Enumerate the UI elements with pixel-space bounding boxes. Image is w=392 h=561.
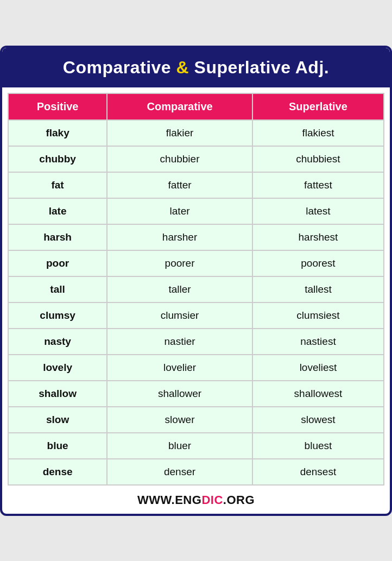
cell-superlative: harshest [252, 224, 384, 250]
footer: WWW.ENGDIC.ORG [2, 486, 390, 514]
table-row: poorpoorerpoorest [8, 250, 384, 276]
cell-positive: tall [8, 276, 107, 302]
title-part2: Superlative Adj. [194, 58, 330, 77]
header-comparative: Comparative [107, 93, 252, 120]
cell-superlative: loveliest [252, 355, 384, 381]
cell-positive: harsh [8, 224, 107, 250]
header-superlative: Superlative [252, 93, 384, 120]
main-card: Comparative & Superlative Adj. Positive … [0, 46, 392, 516]
table-row: clumsyclumsierclumsiest [8, 302, 384, 329]
adjectives-table: Positive Comparative Superlative flakyfl… [8, 93, 384, 486]
cell-superlative: fattest [252, 172, 384, 198]
cell-comparative: flakier [107, 120, 252, 146]
cell-comparative: fatter [107, 172, 252, 198]
cell-superlative: tallest [252, 276, 384, 302]
cell-comparative: later [107, 198, 252, 224]
table-row: bluebluerbluest [8, 433, 384, 459]
cell-superlative: slowest [252, 407, 384, 433]
cell-comparative: slower [107, 407, 252, 433]
cell-comparative: shallower [107, 381, 252, 407]
table-row: fatfatterfattest [8, 172, 384, 198]
cell-comparative: chubbier [107, 146, 252, 172]
cell-positive: shallow [8, 381, 107, 407]
title-part1: Comparative [63, 58, 176, 77]
cell-positive: lovely [8, 355, 107, 381]
cell-superlative: densest [252, 459, 384, 485]
table-row: chubbychubbierchubbiest [8, 146, 384, 172]
cell-comparative: bluer [107, 433, 252, 459]
cell-comparative: poorer [107, 250, 252, 276]
cell-superlative: poorest [252, 250, 384, 276]
table-header-row: Positive Comparative Superlative [8, 93, 384, 120]
table-row: talltallertallest [8, 276, 384, 302]
cell-superlative: bluest [252, 433, 384, 459]
cell-positive: fat [8, 172, 107, 198]
footer-highlight: DIC [201, 493, 223, 507]
cell-superlative: latest [252, 198, 384, 224]
cell-positive: chubby [8, 146, 107, 172]
cell-superlative: shallowest [252, 381, 384, 407]
table-row: harshharsherharshest [8, 224, 384, 250]
table-row: shallowshallowershallowest [8, 381, 384, 407]
footer-suffix: .ORG [223, 493, 255, 507]
table-row: flakyflakierflakiest [8, 120, 384, 146]
page-title: Comparative & Superlative Adj. [63, 58, 329, 77]
table-body: flakyflakierflakiestchubbychubbierchubbi… [8, 120, 384, 485]
table-row: latelaterlatest [8, 198, 384, 224]
title-ampersand: & [176, 58, 194, 77]
table-row: slowslowerslowest [8, 407, 384, 433]
cell-superlative: flakiest [252, 120, 384, 146]
cell-superlative: clumsiest [252, 302, 384, 329]
cell-positive: blue [8, 433, 107, 459]
header-positive: Positive [8, 93, 107, 120]
table-row: lovelylovelierloveliest [8, 355, 384, 381]
cell-comparative: lovelier [107, 355, 252, 381]
cell-positive: poor [8, 250, 107, 276]
cell-comparative: taller [107, 276, 252, 302]
cell-positive: flaky [8, 120, 107, 146]
table-container: Positive Comparative Superlative flakyfl… [2, 87, 390, 486]
cell-comparative: denser [107, 459, 252, 485]
cell-positive: clumsy [8, 302, 107, 329]
cell-superlative: chubbiest [252, 146, 384, 172]
title-bar: Comparative & Superlative Adj. [2, 48, 390, 87]
cell-positive: nasty [8, 329, 107, 355]
cell-comparative: nastier [107, 329, 252, 355]
cell-comparative: harsher [107, 224, 252, 250]
table-row: nastynastiernastiest [8, 329, 384, 355]
table-row: densedenserdensest [8, 459, 384, 485]
cell-positive: slow [8, 407, 107, 433]
cell-comparative: clumsier [107, 302, 252, 329]
cell-positive: dense [8, 459, 107, 485]
cell-positive: late [8, 198, 107, 224]
footer-prefix: WWW.ENG [137, 493, 201, 507]
cell-superlative: nastiest [252, 329, 384, 355]
